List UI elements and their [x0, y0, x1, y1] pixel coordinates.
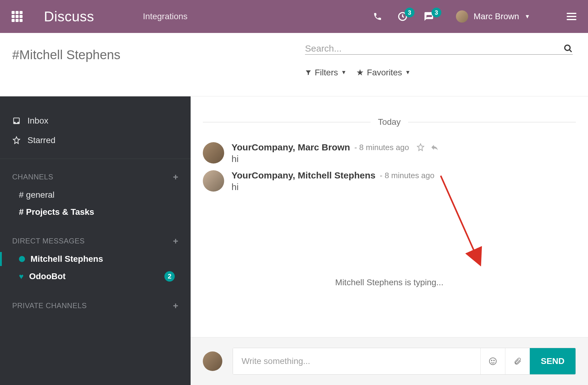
emoji-icon[interactable]: [480, 348, 505, 374]
message-time: 8 minutes ago: [354, 143, 409, 152]
sidebar-dm-mitchell[interactable]: Mitchell Stephens: [0, 250, 191, 268]
sidebar-starred-label: Starred: [27, 135, 56, 145]
search-icon[interactable]: [564, 44, 573, 53]
sidebar-channels-header: CHANNELS +: [0, 167, 191, 186]
messages-badge: 3: [432, 8, 441, 17]
caret-down-icon: ▼: [405, 69, 411, 76]
debug-menu-icon[interactable]: [567, 13, 576, 20]
send-button[interactable]: SEND: [530, 348, 575, 374]
sidebar-channel-general[interactable]: # general: [0, 186, 191, 203]
favorites-dropdown[interactable]: ★ Favorites ▼: [356, 67, 411, 77]
filters-label: Filters: [315, 68, 338, 77]
message-row: YourCompany, Marc Brown 8 minutes ago hi: [191, 139, 588, 167]
sidebar-inbox-label: Inbox: [27, 116, 48, 126]
message-body: hi: [231, 154, 576, 164]
search-input[interactable]: [305, 43, 564, 54]
channel-title: #Mitchell Stephens: [12, 48, 305, 62]
heart-icon: ♥: [19, 272, 23, 281]
composer: SEND: [191, 337, 588, 385]
message-row: YourCompany, Mitchell Stephens 8 minutes…: [191, 167, 588, 195]
caret-down-icon: ▼: [341, 69, 346, 76]
star-icon: ★: [356, 67, 364, 77]
add-dm-icon[interactable]: +: [173, 236, 178, 246]
attachment-icon[interactable]: [505, 348, 529, 374]
composer-box: SEND: [233, 348, 576, 375]
dm-label: OdooBot: [29, 272, 66, 281]
reply-icon[interactable]: [430, 143, 439, 152]
search-bar: [305, 43, 573, 55]
thread: Today YourCompany, Marc Brown 8 minutes …: [191, 96, 588, 385]
avatar: [203, 170, 224, 192]
activity-badge: 3: [405, 8, 414, 17]
sidebar-dm-header: DIRECT MESSAGES +: [0, 232, 191, 250]
filters-dropdown[interactable]: Filters ▼: [305, 67, 346, 77]
active-marker: [0, 252, 2, 266]
dm-badge: 2: [164, 271, 175, 282]
star-outline-icon: [12, 136, 21, 145]
app-title: Discuss: [44, 8, 94, 25]
svg-point-3: [489, 358, 496, 365]
message-time: 8 minutes ago: [380, 171, 434, 180]
add-channel-icon[interactable]: +: [173, 172, 178, 182]
channel-label: # Projects & Tasks: [19, 207, 94, 217]
sidebar: Inbox Starred CHANNELS + # general # Pro…: [0, 96, 191, 385]
star-message-icon[interactable]: [416, 143, 425, 152]
sidebar-dm-odoobot[interactable]: ♥ OdooBot 2: [0, 268, 191, 285]
day-separator-label: Today: [378, 117, 401, 127]
activity-icon[interactable]: 3: [397, 11, 408, 22]
avatar: [203, 142, 224, 164]
sidebar-starred[interactable]: Starred: [0, 131, 191, 150]
thread-scroll: Today YourCompany, Marc Brown 8 minutes …: [191, 96, 588, 337]
inbox-icon: [12, 117, 21, 125]
messages-icon[interactable]: 3: [423, 11, 435, 22]
topbar: Discuss Integrations 3 3 Marc Brown ▼: [0, 0, 588, 33]
avatar: [203, 351, 222, 371]
message-author: YourCompany, Marc Brown: [231, 142, 350, 153]
filter-icon: [305, 69, 312, 76]
nav-integrations[interactable]: Integrations: [143, 12, 188, 21]
day-separator: Today: [203, 117, 576, 127]
phone-icon[interactable]: [373, 12, 382, 21]
user-name: Marc Brown: [474, 12, 519, 21]
status-online-icon: [19, 256, 25, 262]
message-body: hi: [231, 182, 576, 192]
typing-indicator: Mitchell Stephens is typing...: [191, 278, 588, 287]
message-author: YourCompany, Mitchell Stephens: [231, 170, 375, 181]
channel-label: # general: [19, 190, 55, 200]
user-menu[interactable]: Marc Brown ▼: [456, 10, 530, 23]
sidebar-inbox[interactable]: Inbox: [0, 111, 191, 131]
add-private-icon[interactable]: +: [173, 300, 178, 311]
caret-down-icon: ▼: [525, 13, 530, 20]
channels-header-label: CHANNELS: [12, 173, 53, 181]
avatar: [456, 10, 468, 23]
sidebar-private-header: PRIVATE CHANNELS +: [0, 296, 191, 315]
apps-menu-icon[interactable]: [12, 11, 23, 22]
dm-header-label: DIRECT MESSAGES: [12, 237, 85, 245]
sidebar-channel-projects[interactable]: # Projects & Tasks: [0, 203, 191, 221]
subheader: #Mitchell Stephens Filters ▼ ★ Favorites…: [0, 33, 588, 96]
favorites-label: Favorites: [367, 68, 402, 77]
svg-point-5: [493, 360, 494, 361]
dm-label: Mitchell Stephens: [30, 254, 103, 264]
composer-input[interactable]: [233, 348, 480, 374]
private-header-label: PRIVATE CHANNELS: [12, 301, 87, 310]
body: Inbox Starred CHANNELS + # general # Pro…: [0, 96, 588, 385]
svg-point-1: [565, 45, 570, 51]
svg-point-4: [491, 360, 492, 361]
